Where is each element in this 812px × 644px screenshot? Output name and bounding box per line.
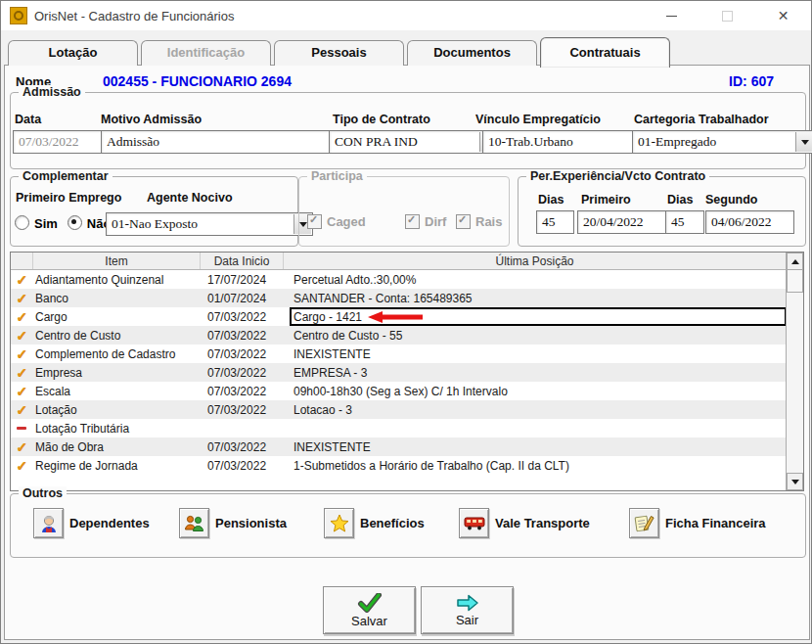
- person-icon[interactable]: [33, 508, 64, 538]
- minimize-button[interactable]: [644, 1, 699, 30]
- scroll-down-icon: [791, 480, 799, 488]
- close-button[interactable]: ✕: [755, 1, 811, 30]
- title-bar: OrisNet - Cadastro de Funcionários ✕: [1, 1, 811, 30]
- table-row[interactable]: ✓Mão de Obra07/03/2022INEXISTENTE: [11, 437, 787, 456]
- check-icon: ✓: [16, 403, 27, 417]
- tab-lotacao[interactable]: Lotação: [8, 40, 138, 66]
- dias2-field[interactable]: 45: [665, 210, 704, 234]
- checkbox-row-caged: Caged: [307, 214, 366, 229]
- table-row[interactable]: ✓Adiantamento Quinzenal17/07/2024Percetu…: [11, 270, 787, 289]
- table-row[interactable]: ✓Lotação07/03/2022Lotacao - 3: [11, 400, 787, 419]
- categoria-trabalhador-select[interactable]: 01-Empregado: [632, 130, 812, 154]
- check-icon: ✓: [16, 329, 27, 343]
- ficha-financeira-label: Ficha Financeira: [665, 516, 766, 530]
- beneficios-button[interactable]: Benefícios: [324, 508, 425, 538]
- col-status: [11, 253, 33, 269]
- checkbox-row-dirf: Dirf: [405, 214, 446, 229]
- tab-documentos[interactable]: Documentos: [407, 40, 537, 66]
- table-row[interactable]: ✓Escala07/03/202209h00-18h30 (Seg a Sex)…: [11, 382, 787, 400]
- dependentes-label: Dependentes: [69, 516, 150, 530]
- table-row[interactable]: ✓Centro de Custo07/03/2022Centro de Cust…: [11, 326, 787, 345]
- funcionario-id: ID: 607: [729, 73, 774, 89]
- beneficios-label: Benefícios: [360, 516, 425, 530]
- table-row[interactable]: ✓Cargo07/03/2022Cargo - 1421: [11, 307, 787, 326]
- dependentes-button[interactable]: Dependentes: [33, 508, 150, 538]
- scrollbar-thumb[interactable]: [787, 269, 803, 293]
- historico-grid: Item Data Inicio Última Posição ✓Adianta…: [10, 252, 804, 491]
- checkbox-dirf: [405, 214, 420, 229]
- dias2-label: Dias: [667, 193, 693, 207]
- outros-group: Outros DependentesPensionistaBenefíciosV…: [10, 493, 806, 558]
- table-row[interactable]: Lotação Tributária: [11, 419, 787, 437]
- dias1-field[interactable]: 45: [536, 210, 574, 234]
- sair-label: Sair: [456, 613, 478, 627]
- ficha-financeira-button[interactable]: Ficha Financeira: [629, 508, 766, 538]
- salvar-label: Salvar: [351, 614, 387, 628]
- check-icon: ✓: [16, 366, 27, 380]
- tab-contratuais[interactable]: Contratuais: [540, 37, 670, 68]
- table-row[interactable]: ✓Banco01/07/2024SANTANDER - Conta: 16548…: [11, 289, 787, 307]
- people-icon[interactable]: [179, 508, 209, 538]
- radio-nao[interactable]: [68, 215, 82, 230]
- agente-nocivo-label: Agente Nocivo: [147, 191, 233, 205]
- close-icon: ✕: [778, 9, 789, 23]
- experiencia-group: Per.Experiência/Vcto Contrato Dias Prime…: [518, 176, 806, 247]
- vale-transporte-button[interactable]: Vale Transporte: [459, 508, 590, 538]
- grid-scrollbar[interactable]: [786, 253, 803, 490]
- scroll-up-icon: [791, 255, 799, 264]
- categoria-trabalhador-label: Cartegoria Trabalhador: [634, 113, 769, 126]
- vinculo-empregaticio-select[interactable]: 10-Trab.Urbano: [482, 130, 653, 154]
- maximize-icon: [722, 11, 733, 22]
- check-icon: ✓: [16, 385, 27, 398]
- col-ultima-posicao[interactable]: Última Posição: [284, 253, 787, 269]
- complementar-group: Complementar Primeiro Emprego Agente Noc…: [10, 176, 298, 247]
- radio-sim-label: Sim: [34, 216, 58, 231]
- checkbox-rais: [456, 214, 471, 229]
- experiencia-group-title: Per.Experiência/Vcto Contrato: [526, 169, 709, 183]
- salvar-button[interactable]: Salvar: [323, 586, 416, 634]
- admissao-group-title: Admissão: [19, 85, 85, 99]
- sair-button[interactable]: Sair: [421, 586, 514, 634]
- maximize-button: [699, 1, 755, 30]
- scroll-down-button[interactable]: [787, 473, 803, 490]
- agente-nocivo-select[interactable]: 01-Nao Exposto: [106, 212, 313, 236]
- checkbox-row-rais: Rais: [456, 214, 502, 229]
- check-icon: ✓: [16, 459, 27, 473]
- table-row[interactable]: ✓Regime de Jornada07/03/20221-Submetidos…: [11, 456, 787, 475]
- check-icon: ✓: [16, 273, 27, 287]
- segundo-label: Segundo: [705, 193, 757, 207]
- segundo-vencimento-field[interactable]: 04/06/2022: [705, 210, 794, 234]
- tipo-contrato-select[interactable]: CON PRA IND: [329, 130, 499, 154]
- tab-pessoais[interactable]: Pessoais: [274, 40, 404, 66]
- motivo-admissao-select[interactable]: Admissão: [101, 130, 356, 154]
- app-logo-icon: [10, 7, 27, 24]
- complementar-group-title: Complementar: [19, 169, 113, 183]
- funcionario-name: 002455 - FUNCIONARIO 2694: [103, 73, 292, 89]
- star-icon[interactable]: [324, 508, 354, 538]
- red-arrow-icon: [368, 311, 425, 323]
- check-icon: ✓: [16, 310, 27, 324]
- note-pencil-icon[interactable]: [629, 508, 659, 538]
- check-icon: ✓: [16, 292, 27, 305]
- bus-icon[interactable]: [459, 508, 489, 538]
- checkbox-caged: [307, 214, 322, 229]
- save-check-icon: [357, 593, 383, 613]
- table-row[interactable]: ✓Empresa07/03/2022EMPRESA - 3: [11, 363, 787, 382]
- tab-identificacao[interactable]: Identificação: [141, 40, 271, 66]
- chevron-down-icon[interactable]: [795, 132, 812, 152]
- primeiro-vencimento-field[interactable]: 20/04/2022: [577, 210, 667, 234]
- radio-sim[interactable]: [15, 215, 29, 230]
- minimize-icon: [666, 16, 677, 17]
- checkbox-label-rais: Rais: [475, 214, 502, 229]
- pensionista-label: Pensionista: [215, 516, 287, 530]
- tab-bar: LotaçãoIdentificaçãoPessoaisDocumentosCo…: [8, 36, 673, 66]
- scroll-up-button[interactable]: [787, 253, 803, 270]
- vinculo-empregaticio-label: Vínculo Empregatício: [475, 113, 601, 126]
- col-item[interactable]: Item: [33, 253, 201, 269]
- grid-body: ✓Adiantamento Quinzenal17/07/2024Percetu…: [11, 270, 787, 475]
- selected-cell: Cargo - 1421: [290, 307, 787, 326]
- table-row[interactable]: ✓Complemento de Cadastro07/03/2022INEXIS…: [11, 345, 787, 363]
- data-admissao-field[interactable]: 07/03/2022: [13, 130, 107, 154]
- col-data-inicio[interactable]: Data Inicio: [201, 253, 284, 269]
- pensionista-button[interactable]: Pensionista: [179, 508, 287, 538]
